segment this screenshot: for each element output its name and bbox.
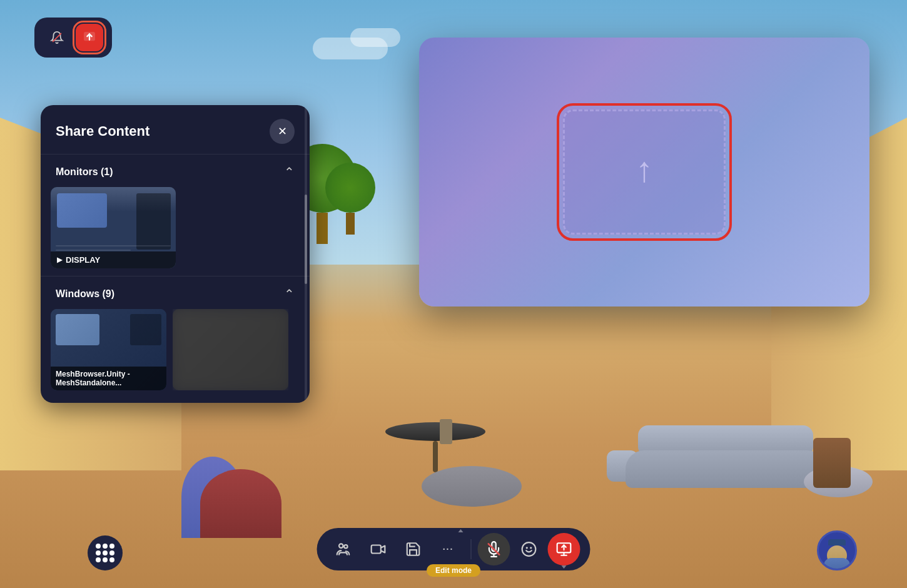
share-screen-icon [556, 541, 572, 557]
people-icon [335, 541, 352, 557]
dot-5 [103, 550, 108, 555]
film-icon [370, 541, 387, 557]
vr-screen: ↑ [419, 38, 869, 307]
window-1-label: MeshBrowser.Unity - MeshStandalone... [51, 367, 166, 390]
share-screen-button[interactable] [548, 533, 580, 565]
svg-point-11 [530, 547, 532, 549]
ottoman-main [422, 466, 522, 507]
avatar-content [827, 540, 847, 560]
svg-point-4 [344, 545, 347, 548]
svg-point-9 [522, 542, 536, 556]
wood-stool [813, 438, 851, 488]
dot-4 [96, 550, 101, 555]
people-button[interactable] [327, 533, 360, 565]
share-panel-header: Share Content ✕ [41, 105, 310, 154]
monitor-play-icon: ▶ [57, 256, 62, 264]
top-toolbar [34, 18, 112, 58]
vase [440, 419, 452, 444]
toolbar-separator [471, 539, 472, 559]
dots-grid-icon [96, 544, 114, 562]
share-panel: Share Content ✕ Monitors (1) ⌃ ▶ DISPLAY [41, 105, 310, 403]
monitor-thumb-inner: ▶ DISPLAY [51, 187, 176, 268]
mini-window [57, 193, 107, 228]
notification-button[interactable] [43, 24, 71, 51]
close-button[interactable]: ✕ [270, 119, 295, 144]
monitors-label: Monitors (1) [56, 166, 113, 178]
upload-button[interactable] [76, 24, 103, 51]
monitor-label-text: DISPLAY [66, 255, 100, 265]
more-dots-text: ··· [443, 544, 454, 554]
user-avatar-button[interactable] [817, 530, 857, 570]
window-thumbnail-1[interactable]: MeshBrowser.Unity - MeshStandalone... [51, 309, 166, 390]
windows-section: Windows (9) ⌃ MeshBrowser.Unity - MeshSt… [41, 276, 310, 403]
screen-line-1 [56, 245, 171, 246]
emoji-button[interactable] [513, 533, 545, 565]
edit-mode-label: Edit mode [435, 566, 472, 575]
more-arrow-up-icon [459, 529, 464, 532]
cloud-2 [350, 28, 400, 47]
scroll-thumb [305, 195, 307, 284]
edit-mode-badge: Edit mode [427, 564, 480, 577]
upload-icon [83, 31, 96, 44]
monitor-thumb-label: ▶ DISPLAY [51, 251, 176, 268]
screen-upload-zone[interactable]: ↑ [563, 109, 726, 235]
more-button[interactable]: ··· [432, 533, 465, 565]
dot-1 [96, 544, 101, 549]
svg-rect-5 [372, 545, 381, 554]
dot-9 [109, 557, 114, 562]
save-icon [405, 541, 422, 557]
monitors-section-header[interactable]: Monitors (1) ⌃ [51, 155, 300, 187]
mute-icon [486, 541, 502, 557]
mute-button[interactable] [478, 533, 510, 565]
table-top [385, 422, 485, 441]
dot-8 [103, 557, 108, 562]
scroll-bar[interactable] [305, 105, 307, 403]
dot-2 [103, 544, 108, 549]
screen-line-2 [56, 250, 131, 251]
cylinder-red [200, 469, 281, 538]
coffee-table [385, 422, 485, 472]
tree-2 [325, 163, 375, 235]
window-1-preview [56, 314, 99, 345]
windows-chevron-icon: ⌃ [284, 286, 295, 302]
emoji-icon [521, 541, 537, 557]
screen-upload-arrow: ↑ [636, 152, 653, 187]
window-thumbnail-2[interactable] [173, 309, 288, 390]
windows-section-header[interactable]: Windows (9) ⌃ [51, 276, 300, 309]
svg-point-10 [526, 547, 528, 549]
sofa-body [626, 450, 826, 488]
share-panel-title: Share Content [56, 123, 149, 139]
share-arrow-down-icon [562, 565, 567, 569]
windows-thumbnails-grid: MeshBrowser.Unity - MeshStandalone... [51, 309, 300, 395]
svg-point-3 [339, 544, 343, 548]
monitors-chevron-icon: ⌃ [284, 165, 295, 180]
film-button[interactable] [362, 533, 395, 565]
windows-label: Windows (9) [56, 288, 114, 300]
window-1-sidebar [130, 314, 161, 345]
window-2-blur-overlay [173, 309, 288, 390]
dot-6 [109, 550, 114, 555]
notification-icon [50, 31, 64, 44]
table-leg [433, 441, 438, 472]
monitor-thumbnail-1[interactable]: ▶ DISPLAY [51, 187, 176, 268]
monitors-section: Monitors (1) ⌃ ▶ DISPLAY [41, 155, 310, 276]
save-button[interactable] [397, 533, 430, 565]
apps-grid-button[interactable] [88, 535, 123, 570]
avatar-hat [828, 539, 846, 545]
dot-3 [109, 544, 114, 549]
mini-panel [136, 193, 171, 250]
dot-7 [96, 557, 101, 562]
